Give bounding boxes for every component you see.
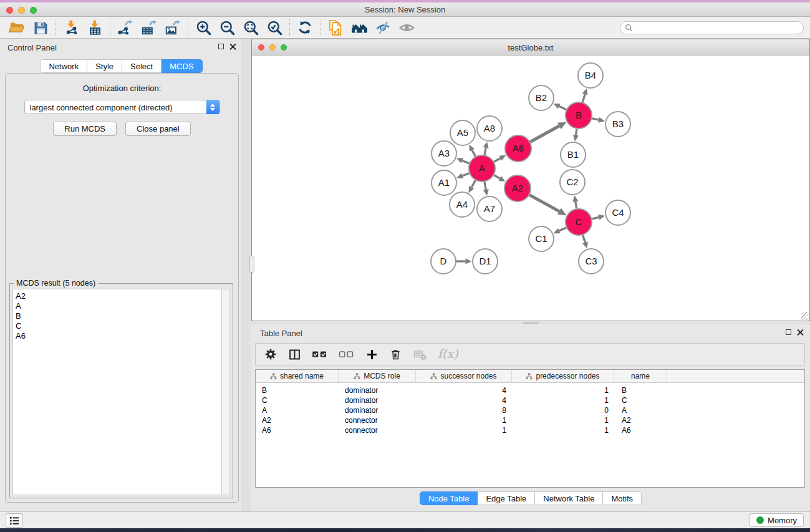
deselect-all-button[interactable] bbox=[339, 348, 355, 360]
graph-node-B3[interactable]: B3 bbox=[605, 112, 630, 137]
table-cell[interactable]: 1 bbox=[512, 425, 614, 435]
tab-network[interactable]: Network bbox=[40, 59, 87, 73]
split-columns-button[interactable] bbox=[288, 348, 301, 361]
column-header-mcds-role[interactable]: MCDS role bbox=[339, 370, 416, 382]
close-panel-button[interactable]: Close panel bbox=[125, 122, 191, 136]
zoom-in-button[interactable] bbox=[191, 18, 215, 37]
graph-node-D1[interactable]: D1 bbox=[473, 249, 498, 274]
memory-button[interactable]: Memory bbox=[750, 513, 804, 527]
table-cell[interactable]: connector bbox=[339, 425, 416, 435]
refresh-view-button[interactable] bbox=[293, 18, 317, 37]
zoom-out-button[interactable] bbox=[215, 18, 239, 37]
graph-edge-A-A1[interactable] bbox=[456, 173, 469, 179]
import-table-button[interactable] bbox=[83, 18, 107, 37]
close-panel-icon[interactable] bbox=[229, 43, 236, 50]
export-table-button[interactable] bbox=[137, 18, 161, 37]
result-scrollbar[interactable] bbox=[221, 289, 229, 495]
table-cell[interactable]: 1 bbox=[512, 395, 614, 405]
float-panel-icon[interactable] bbox=[218, 44, 224, 49]
column-header-shared-name[interactable]: shared name bbox=[256, 370, 339, 382]
save-session-button[interactable] bbox=[29, 18, 52, 37]
tab-edge-table[interactable]: Edge Table bbox=[478, 491, 535, 505]
tab-node-table[interactable]: Node Table bbox=[420, 491, 478, 505]
graph-node-A3[interactable]: A3 bbox=[432, 141, 456, 166]
network-canvas[interactable]: AA1A2A3A4A5A6A7A8BB1B2B3B4CC1C2C3C4DD1 bbox=[252, 56, 809, 321]
graph-edge-A-A3[interactable] bbox=[456, 158, 470, 163]
combo-stepper-icon[interactable] bbox=[206, 100, 219, 114]
function-builder-button[interactable]: f(x) bbox=[438, 347, 458, 360]
network-from-document-button[interactable] bbox=[324, 18, 347, 37]
graph-edge-C-C3[interactable] bbox=[582, 235, 588, 249]
table-row[interactable]: Cdominator41C bbox=[256, 395, 804, 405]
graph-node-A7[interactable]: A7 bbox=[477, 196, 502, 221]
table-cell[interactable]: A6 bbox=[614, 425, 667, 435]
table-cell[interactable]: B bbox=[256, 385, 339, 395]
tab-network-table[interactable]: Network Table bbox=[535, 491, 603, 505]
zoom-selected-button[interactable] bbox=[263, 18, 286, 37]
column-header-name[interactable]: name bbox=[614, 370, 667, 382]
graph-edge-A-A6[interactable] bbox=[494, 155, 506, 162]
table-cell[interactable]: A6 bbox=[256, 425, 339, 435]
table-cell[interactable]: A2 bbox=[614, 415, 667, 425]
graph-node-C2[interactable]: C2 bbox=[560, 170, 585, 195]
graph-edge-A-A5[interactable] bbox=[469, 145, 475, 157]
graph-node-A6[interactable]: A6 bbox=[505, 135, 531, 162]
table-cell[interactable]: 1 bbox=[416, 415, 512, 425]
table-cell[interactable]: C bbox=[256, 395, 339, 405]
graph-edge-A2-C[interactable] bbox=[529, 195, 566, 216]
graph-edge-A6-B[interactable] bbox=[530, 122, 566, 142]
graph-edge-A-A7[interactable] bbox=[483, 182, 489, 196]
graph-edge-B-B4[interactable] bbox=[582, 89, 588, 102]
export-image-button[interactable] bbox=[161, 18, 185, 37]
graph-node-C[interactable]: C bbox=[566, 209, 592, 235]
graph-edge-A-A2[interactable] bbox=[494, 175, 505, 181]
window-resize-grip[interactable] bbox=[801, 312, 809, 320]
mcds-result-item[interactable]: C bbox=[16, 321, 229, 331]
tab-motifs[interactable]: Motifs bbox=[603, 491, 642, 505]
table-cell[interactable]: 1 bbox=[512, 415, 614, 425]
search-input[interactable] bbox=[635, 23, 791, 32]
delete-rows-button[interactable] bbox=[389, 348, 402, 361]
graph-edge-C-C1[interactable] bbox=[554, 228, 566, 233]
table-cell[interactable]: B bbox=[614, 385, 667, 395]
table-cell[interactable]: A bbox=[256, 405, 339, 415]
show-hide-panel-button[interactable] bbox=[395, 18, 418, 37]
mcds-result-list[interactable]: A2ABCA6 bbox=[12, 289, 230, 495]
graph-node-A8[interactable]: A8 bbox=[477, 116, 502, 141]
mcds-result-item[interactable]: B bbox=[16, 311, 229, 321]
tab-style[interactable]: Style bbox=[87, 59, 122, 73]
hide-graphics-button[interactable] bbox=[371, 18, 395, 37]
table-cell[interactable]: dominator bbox=[339, 385, 416, 395]
float-table-panel-icon[interactable] bbox=[786, 329, 791, 335]
graph-edge-D-D1[interactable] bbox=[456, 258, 472, 264]
table-cell[interactable]: 8 bbox=[416, 405, 512, 415]
tab-select[interactable]: Select bbox=[122, 59, 162, 73]
graph-edge-A-A8[interactable] bbox=[483, 142, 489, 155]
graph-node-C4[interactable]: C4 bbox=[605, 200, 630, 225]
table-row[interactable]: Bdominator41B bbox=[256, 385, 804, 395]
graph-edge-B-B3[interactable] bbox=[592, 117, 605, 123]
optimization-criterion-select[interactable]: largest connected component (directed) bbox=[24, 100, 220, 114]
graph-node-D[interactable]: D bbox=[431, 249, 456, 274]
graph-node-B4[interactable]: B4 bbox=[578, 63, 603, 88]
graph-node-C1[interactable]: C1 bbox=[529, 226, 554, 251]
table-cell[interactable]: 1 bbox=[416, 425, 512, 435]
import-network-button[interactable] bbox=[59, 18, 83, 37]
column-header-predecessor-nodes[interactable]: predecessor nodes bbox=[512, 370, 614, 382]
network-window-titlebar[interactable]: testGlobe.txt bbox=[252, 39, 809, 56]
task-history-button[interactable] bbox=[6, 513, 23, 528]
column-header-successor-nodes[interactable]: successor nodes bbox=[416, 370, 512, 382]
graph-node-A[interactable]: A bbox=[469, 155, 495, 181]
graph-node-A2[interactable]: A2 bbox=[504, 175, 531, 201]
table-cell[interactable]: A bbox=[614, 405, 667, 415]
delete-table-button[interactable] bbox=[413, 348, 427, 361]
table-cell[interactable]: A2 bbox=[256, 415, 339, 425]
graph-node-B[interactable]: B bbox=[566, 102, 592, 128]
graph-node-B2[interactable]: B2 bbox=[529, 85, 554, 110]
graph-node-A5[interactable]: A5 bbox=[450, 120, 475, 145]
search-field[interactable] bbox=[620, 21, 804, 34]
add-row-button[interactable] bbox=[365, 348, 378, 361]
table-cell[interactable]: 4 bbox=[416, 395, 512, 405]
open-file-button[interactable] bbox=[5, 18, 29, 37]
graph-edge-C-C4[interactable] bbox=[592, 215, 605, 220]
